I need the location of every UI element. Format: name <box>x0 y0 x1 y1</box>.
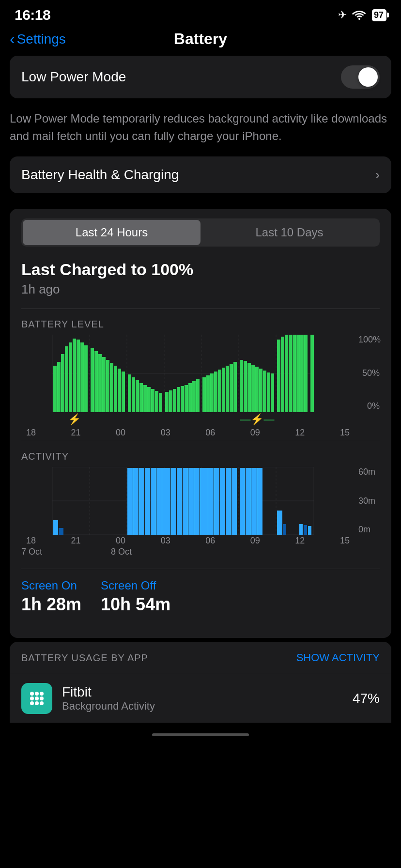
battery-health-row[interactable]: Battery Health & Charging › <box>10 156 391 193</box>
svg-rect-18 <box>80 342 84 412</box>
svg-rect-60 <box>255 367 259 412</box>
fitbit-sub: Background Activity <box>62 700 353 713</box>
svg-point-116 <box>30 692 34 696</box>
svg-rect-94 <box>165 468 170 535</box>
svg-rect-90 <box>145 468 150 535</box>
svg-rect-65 <box>277 340 280 412</box>
svg-rect-29 <box>128 374 131 412</box>
segment-10d[interactable]: Last 10 Days <box>200 220 378 245</box>
svg-rect-50 <box>214 372 217 412</box>
svg-rect-63 <box>267 372 270 412</box>
svg-rect-40 <box>173 389 176 412</box>
svg-rect-22 <box>98 354 102 412</box>
last-charged-sub: 1h ago <box>21 282 380 297</box>
main-content: Low Power Mode Low Power Mode temporaril… <box>0 56 401 723</box>
svg-rect-45 <box>192 381 196 412</box>
act-y-60: 60m <box>358 467 380 477</box>
svg-rect-17 <box>77 340 80 412</box>
battery-x-labels: 18 21 00 03 06 09 12 15 <box>21 428 380 438</box>
svg-rect-101 <box>202 468 208 535</box>
back-button[interactable]: ‹ Settings <box>10 30 66 48</box>
svg-rect-107 <box>240 468 245 535</box>
svg-point-123 <box>35 701 39 705</box>
svg-rect-11 <box>53 366 57 412</box>
svg-rect-108 <box>246 468 251 535</box>
x-label-03: 03 <box>156 428 175 438</box>
usage-header: BATTERY USAGE BY APP SHOW ACTIVITY <box>10 642 391 674</box>
svg-rect-102 <box>208 468 214 535</box>
activity-label: ACTIVITY <box>21 451 380 462</box>
screen-on-value: 1h 28m <box>21 594 81 615</box>
activity-x-labels: 18 21 00 03 06 09 12 15 <box>21 536 380 546</box>
svg-rect-43 <box>185 385 188 412</box>
svg-rect-23 <box>102 357 106 412</box>
fitbit-name: Fitbit <box>62 684 353 700</box>
low-power-mode-label: Low Power Mode <box>21 69 126 85</box>
svg-rect-48 <box>206 375 210 412</box>
svg-rect-57 <box>244 361 247 412</box>
svg-rect-19 <box>84 345 88 412</box>
charging-icon-1: ⚡ <box>68 413 81 426</box>
screen-on-label: Screen On <box>21 579 81 592</box>
svg-rect-71 <box>300 335 304 412</box>
svg-rect-33 <box>143 385 147 412</box>
svg-rect-49 <box>210 373 214 412</box>
x-label-12: 12 <box>290 428 309 438</box>
svg-rect-41 <box>177 387 180 412</box>
y-label-100: 100% <box>358 335 380 345</box>
svg-rect-99 <box>194 468 200 535</box>
svg-rect-103 <box>214 468 219 535</box>
fitbit-app-icon <box>21 683 52 714</box>
svg-rect-92 <box>156 468 162 535</box>
app-row-fitbit[interactable]: Fitbit Background Activity 47% <box>10 674 391 723</box>
toggle-knob <box>358 67 378 87</box>
act-y-0: 0m <box>358 525 380 535</box>
screen-stats: Screen On 1h 28m Screen Off 10h 54m <box>21 579 380 615</box>
x-label-18: 18 <box>21 428 41 438</box>
battery-percent-value: 97 <box>374 10 384 20</box>
svg-rect-54 <box>230 364 233 412</box>
wifi-icon <box>352 9 367 21</box>
svg-rect-51 <box>218 370 221 412</box>
act-x-00: 00 <box>111 536 130 546</box>
page-title: Battery <box>174 30 227 48</box>
svg-rect-70 <box>296 335 300 412</box>
divider-3 <box>21 569 380 569</box>
y-label-0: 0% <box>358 401 380 411</box>
show-activity-button[interactable]: SHOW ACTIVITY <box>296 651 380 664</box>
svg-rect-88 <box>133 468 139 535</box>
battery-level-chart <box>21 335 355 412</box>
back-chevron-icon: ‹ <box>10 30 15 48</box>
segment-24h[interactable]: Last 24 Hours <box>23 220 200 245</box>
low-power-mode-toggle[interactable] <box>341 65 380 89</box>
fitbit-icon <box>28 689 46 708</box>
act-x-06: 06 <box>200 536 220 546</box>
svg-rect-27 <box>118 369 121 412</box>
chart-card: Last 24 Hours Last 10 Days Last Charged … <box>10 209 391 638</box>
segment-control[interactable]: Last 24 Hours Last 10 Days <box>21 218 380 247</box>
x-label-15: 15 <box>335 428 355 438</box>
svg-rect-37 <box>159 393 162 412</box>
status-icons: ✈ 97 <box>338 9 386 21</box>
svg-rect-31 <box>136 380 139 412</box>
svg-rect-34 <box>147 387 151 412</box>
airplane-icon: ✈ <box>338 9 347 21</box>
battery-usage-section: BATTERY USAGE BY APP SHOW ACTIVITY <box>10 642 391 723</box>
x-label-09: 09 <box>246 428 265 438</box>
svg-rect-46 <box>196 379 200 412</box>
svg-rect-38 <box>165 392 169 412</box>
svg-rect-24 <box>106 360 109 412</box>
svg-point-120 <box>35 697 39 700</box>
svg-rect-89 <box>139 468 144 535</box>
battery-health-label: Battery Health & Charging <box>21 167 179 183</box>
svg-rect-72 <box>304 335 308 412</box>
svg-rect-109 <box>251 468 257 535</box>
svg-rect-55 <box>233 362 237 412</box>
svg-rect-112 <box>283 524 286 535</box>
x-label-00: 00 <box>111 428 130 438</box>
low-power-mode-card: Low Power Mode <box>10 56 391 98</box>
screen-on-stat: Screen On 1h 28m <box>21 579 81 615</box>
back-label: Settings <box>17 31 66 47</box>
act-x-21: 21 <box>66 536 86 546</box>
svg-rect-96 <box>177 468 182 535</box>
